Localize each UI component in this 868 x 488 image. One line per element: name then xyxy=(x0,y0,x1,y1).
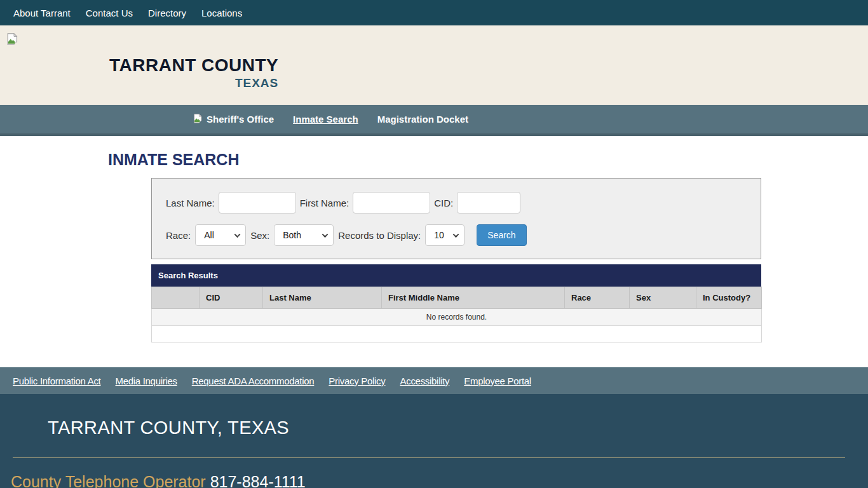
nav-magistration-docket[interactable]: Magistration Docket xyxy=(377,114,468,125)
footer-phone-label: County Telephone Operator xyxy=(11,473,206,488)
first-name-input[interactable] xyxy=(353,192,430,214)
column-header-in-custody: In Custody? xyxy=(696,287,762,309)
broken-image-icon[interactable] xyxy=(6,33,18,48)
top-nav-directory[interactable]: Directory xyxy=(148,8,186,18)
footer-divider xyxy=(13,458,845,458)
table-header-row: CID Last Name First Middle Name Race Sex… xyxy=(152,287,762,309)
records-to-display-label: Records to Display: xyxy=(338,230,421,241)
masthead: TARRANT COUNTY TEXAS xyxy=(0,25,868,105)
footer-link-public-information-act[interactable]: Public Information Act xyxy=(13,376,100,386)
nav-sheriffs-office[interactable]: Sheriff's Office xyxy=(193,114,274,125)
column-header-last-name: Last Name xyxy=(263,287,382,309)
search-results-table: CID Last Name First Middle Name Race Sex… xyxy=(151,287,762,342)
column-header-race: Race xyxy=(565,287,630,309)
footer-link-accessibility[interactable]: Accessibility xyxy=(400,376,450,386)
section-nav: Sheriff's Office Inmate Search Magistrat… xyxy=(0,105,868,136)
last-name-label: Last Name: xyxy=(166,198,215,208)
column-header-blank xyxy=(152,287,200,309)
nav-inmate-search[interactable]: Inmate Search xyxy=(293,114,358,125)
column-header-sex: Sex xyxy=(630,287,696,309)
footer-phone-line: County Telephone Operator 817-884-1111 xyxy=(11,473,868,488)
nav-sheriffs-office-label: Sheriff's Office xyxy=(207,114,274,125)
chevron-down-icon xyxy=(322,231,329,238)
footer-link-media-inquiries[interactable]: Media Inquiries xyxy=(115,376,177,386)
pager-cell xyxy=(152,326,762,342)
top-nav-locations[interactable]: Locations xyxy=(201,8,242,18)
last-name-input[interactable] xyxy=(219,192,296,214)
main-content: INMATE SEARCH Last Name: First Name: CID… xyxy=(0,136,868,367)
footer-phone-number: 817-884-1111 xyxy=(210,473,306,488)
first-name-label: First Name: xyxy=(300,198,349,208)
footer: TARRANT COUNTY, TEXAS County Telephone O… xyxy=(0,394,868,488)
footer-link-employee-portal[interactable]: Employee Portal xyxy=(464,376,531,386)
footer-link-request-ada-accommodation[interactable]: Request ADA Accommodation xyxy=(192,376,315,386)
cid-input[interactable] xyxy=(457,192,520,214)
column-header-cid: CID xyxy=(200,287,263,309)
records-selected-value: 10 xyxy=(434,230,444,240)
no-records-message: No records found. xyxy=(152,309,762,326)
footer-links-bar: Public Information Act Media Inquiries R… xyxy=(0,367,868,394)
race-select[interactable]: All xyxy=(195,224,246,246)
top-nav-about-tarrant[interactable]: About Tarrant xyxy=(13,8,71,18)
table-pager-row xyxy=(152,326,762,342)
sex-selected-value: Both xyxy=(283,230,301,240)
footer-title: TARRANT COUNTY, TEXAS xyxy=(0,394,868,438)
race-label: Race: xyxy=(166,230,191,241)
search-button[interactable]: Search xyxy=(477,224,526,246)
site-title-texas: TEXAS xyxy=(109,77,278,89)
sex-select[interactable]: Both xyxy=(274,224,334,246)
broken-image-icon xyxy=(193,114,203,125)
records-to-display-select[interactable]: 10 xyxy=(425,224,465,246)
cid-label: CID: xyxy=(434,198,453,208)
search-form-row-filters: Race: All Sex: Both Records to Display: … xyxy=(166,224,761,246)
search-results-section: Search Results CID Last Name First Middl… xyxy=(151,264,761,342)
sex-label: Sex: xyxy=(250,230,269,241)
site-title-county: TARRANT COUNTY xyxy=(109,57,278,74)
chevron-down-icon xyxy=(453,231,459,238)
search-form-panel: Last Name: First Name: CID: Race: All Se… xyxy=(151,178,761,259)
top-nav-contact-us[interactable]: Contact Us xyxy=(86,8,133,18)
column-header-first-middle-name: First Middle Name xyxy=(382,287,565,309)
race-selected-value: All xyxy=(204,230,214,240)
page-title: INMATE SEARCH xyxy=(108,136,868,169)
table-row: No records found. xyxy=(152,309,762,326)
search-results-header: Search Results xyxy=(151,264,761,287)
footer-link-privacy-policy[interactable]: Privacy Policy xyxy=(329,376,385,386)
search-form-row-names: Last Name: First Name: CID: xyxy=(166,192,761,214)
site-title: TARRANT COUNTY TEXAS xyxy=(109,57,278,89)
top-utility-nav: About Tarrant Contact Us Directory Locat… xyxy=(0,0,868,25)
chevron-down-icon xyxy=(234,231,241,238)
